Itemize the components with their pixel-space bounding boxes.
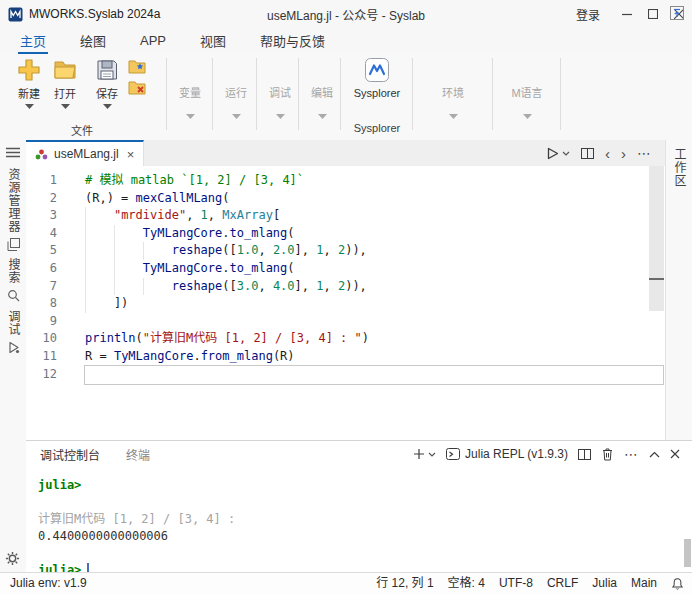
right-sidebar: 工作区 — [665, 140, 692, 440]
maximize-panel-icon[interactable] — [649, 451, 660, 458]
code-line-4[interactable]: 4 TyMLangCore.to_mlang( — [26, 225, 666, 243]
code-line-12[interactable]: 12 — [26, 366, 666, 384]
menu-hamburger-icon[interactable] — [6, 147, 20, 158]
code-editor[interactable]: 1# 模拟 matlab `[1, 2] / [3, 4]`2(R,) = me… — [26, 166, 666, 440]
run-group-button: 运行 — [214, 84, 258, 119]
code-line-10[interactable]: 10println("计算旧M代码 [1, 2] / [3, 4] : ") — [26, 330, 666, 348]
status-indentation[interactable]: 空格: 4 — [448, 573, 485, 594]
sidebar-item-search[interactable]: 搜索 — [0, 258, 26, 302]
new-label: 新建 — [10, 85, 48, 101]
open-dropdown-caret[interactable] — [61, 104, 70, 109]
edit-caret — [318, 114, 327, 119]
menu-tab-home[interactable]: 主页 — [18, 28, 48, 54]
sidebar-item-explorer[interactable]: 资源管理器 — [0, 168, 26, 251]
new-button[interactable]: 新建 — [10, 57, 48, 109]
run-file-icon[interactable] — [546, 147, 570, 160]
console-line-blank — [38, 494, 692, 511]
new-dropdown-caret[interactable] — [25, 104, 34, 109]
line-number: 9 — [26, 313, 57, 331]
code-line-7[interactable]: 7 reshape([3.0, 4.0], 1, 2)), — [26, 278, 666, 296]
app-name: MWORKS.Syslab 2024a — [29, 7, 160, 21]
debug-caret — [276, 114, 285, 119]
julia-file-icon — [35, 149, 48, 160]
repl-selector[interactable]: Julia REPL (v1.9.3) — [446, 447, 568, 461]
line-number: 8 — [26, 295, 57, 313]
console-scrollbar[interactable] — [684, 539, 691, 567]
terminal-icon — [446, 447, 460, 461]
panel-tab-terminal[interactable]: 终端 — [126, 446, 150, 463]
menu-tab-help[interactable]: 帮助与反馈 — [258, 28, 327, 54]
run-caret — [232, 114, 241, 119]
mlanguage-caret — [523, 114, 532, 119]
sysplorer-group-label: Sysplorer — [340, 122, 414, 134]
new-terminal-icon[interactable] — [413, 448, 436, 460]
app-logo-icon — [8, 7, 23, 22]
status-cursor-position[interactable]: 行 12, 列 1 — [376, 573, 433, 594]
line-number: 3 — [26, 207, 57, 225]
editor-scrollbar[interactable] — [649, 166, 664, 311]
code-line-5[interactable]: 5 reshape([1.0, 2.0], 1, 2)), — [26, 242, 666, 260]
login-button[interactable]: 登录 — [562, 6, 614, 23]
menu-tab-app[interactable]: APP — [138, 28, 168, 54]
minimize-button[interactable] — [614, 0, 640, 28]
save-label: 保存 — [88, 85, 126, 101]
notifications-bell-icon[interactable] — [671, 577, 684, 591]
trash-icon[interactable] — [601, 447, 614, 461]
code-line-1[interactable]: 1# 模拟 matlab `[1, 2] / [3, 4]` — [26, 172, 666, 190]
workspace-panel-tab[interactable]: 工作区 — [673, 148, 685, 187]
menu-tab-view[interactable]: 视图 — [198, 28, 228, 54]
navigate-back-icon[interactable]: ‹ — [605, 146, 610, 161]
title-bar: MWORKS.Syslab 2024a useMLang.jl - 公众号 - … — [0, 0, 692, 29]
panel-tab-debug-console[interactable]: 调试控制台 — [40, 446, 100, 463]
maximize-button[interactable] — [640, 0, 666, 28]
sidebar-item-debug[interactable]: 调试 — [0, 310, 26, 354]
menu-tab-plot[interactable]: 绘图 — [78, 28, 108, 54]
editor-tab-usemlang[interactable]: useMLang.jl × — [26, 140, 144, 166]
panel-more-icon[interactable]: ⋯ — [624, 447, 639, 461]
run-dropdown-caret[interactable] — [562, 151, 570, 156]
status-julia-env[interactable]: Julia env: v1.9 — [10, 573, 87, 594]
split-terminal-icon[interactable] — [578, 448, 591, 461]
status-eol[interactable]: CRLF — [547, 573, 578, 594]
more-actions-icon[interactable]: ⋯ — [637, 146, 652, 160]
navigate-forward-icon[interactable]: › — [621, 146, 626, 161]
line-number: 4 — [26, 225, 57, 243]
mlanguage-group-button: M语言 — [503, 84, 551, 119]
editor-tab-bar: useMLang.jl × ‹ › ⋯ — [26, 140, 666, 166]
code-line-6[interactable]: 6 TyMLangCore.to_mlang( — [26, 260, 666, 278]
code-text: reshape([1.0, 2.0], 1, 2)), — [85, 242, 367, 260]
favorite-folder-icon[interactable] — [128, 59, 146, 74]
console-line-out: 0.4400000000000006 — [38, 528, 692, 545]
collapse-ribbon-icon[interactable] — [670, 6, 684, 20]
code-line-9[interactable]: 9 — [26, 313, 666, 331]
tab-close-icon[interactable]: × — [127, 147, 135, 162]
code-line-2[interactable]: 2(R,) = mexCallMLang( — [26, 190, 666, 208]
open-button[interactable]: 打开 — [46, 57, 84, 109]
split-editor-icon[interactable] — [581, 147, 594, 160]
sysplorer-button[interactable]: Sysplorer — [346, 57, 408, 99]
line-number: 6 — [26, 260, 57, 278]
code-line-8[interactable]: 8 ]) — [26, 295, 666, 313]
code-text: TyMLangCore.to_mlang( — [85, 225, 295, 243]
code-line-3[interactable]: 3 "mrdivide", 1, MxArray[ — [26, 207, 666, 225]
debug-console-output[interactable]: julia>计算旧M代码 [1, 2] / [3, 4] : 0.4400000… — [26, 469, 692, 573]
ribbon-toolbar: 新建 打开 保存 文件 变量 运行 调试 — [0, 54, 692, 141]
line-number: 11 — [26, 348, 57, 366]
close-folder-icon[interactable] — [128, 80, 146, 95]
ribbon-tab-bar: 主页 绘图 APP 视图 帮助与反馈 — [0, 28, 692, 55]
sysplorer-label: Sysplorer — [346, 87, 408, 99]
gear-icon[interactable] — [5, 551, 20, 566]
status-module[interactable]: Main — [631, 573, 657, 594]
save-dropdown-caret[interactable] — [103, 104, 112, 109]
line-number: 7 — [26, 278, 57, 296]
variables-caret — [186, 114, 195, 119]
close-panel-icon[interactable] — [670, 449, 680, 459]
app-window: MWORKS.Syslab 2024a useMLang.jl - 公众号 - … — [0, 0, 692, 594]
code-line-11[interactable]: 11R = TyMLangCore.from_mlang(R) — [26, 348, 666, 366]
code-text: (R,) = mexCallMLang( — [85, 190, 230, 208]
save-button[interactable]: 保存 — [88, 57, 126, 109]
status-encoding[interactable]: UTF-8 — [499, 573, 533, 594]
new-terminal-caret[interactable] — [428, 452, 436, 457]
environment-caret — [449, 114, 458, 119]
status-language-mode[interactable]: Julia — [592, 573, 617, 594]
